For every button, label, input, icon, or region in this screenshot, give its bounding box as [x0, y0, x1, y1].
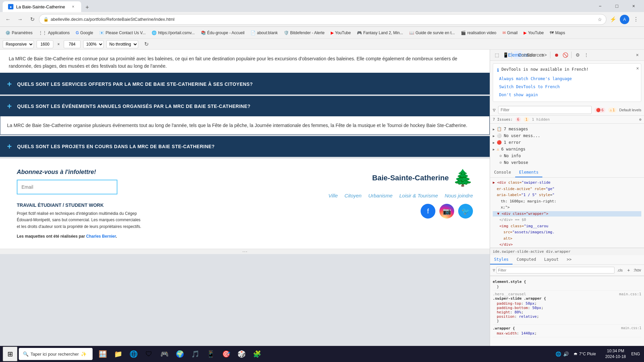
computed-tab[interactable]: Computed: [513, 255, 540, 264]
maximize-button[interactable]: □: [609, 1, 625, 11]
address-bar[interactable]: 🔒 abelleville.decim.ca/portfolio/Refonte…: [39, 14, 606, 25]
bookmark-google[interactable]: G Google: [73, 29, 96, 37]
puzzle-button[interactable]: 🧩: [250, 347, 264, 361]
switch-devtools-link[interactable]: Switch DevTools to French: [497, 83, 637, 90]
console-elements-tabs: Console Elements: [490, 168, 644, 178]
nav-urbanisme[interactable]: Urbanisme: [368, 193, 393, 198]
notification-close-button[interactable]: ×: [636, 66, 639, 71]
sound-icon[interactable]: 🔊: [563, 351, 569, 357]
more-options-button[interactable]: ⋮: [582, 51, 590, 59]
force-state-button[interactable]: :hov: [633, 266, 641, 274]
faq-question-1[interactable]: + QUELS SONT LES SERVICES OFFERTS PAR LA…: [0, 74, 489, 94]
messages-section: ▶ 📋 7 messages ▶ ⚪ No user mess... ▶ 🔴 1…: [490, 124, 644, 168]
clear-button[interactable]: 🚫: [561, 51, 569, 59]
dice-button[interactable]: 🎲: [234, 347, 249, 361]
bookmark-portail[interactable]: 🌐 https://portail.csmv...: [149, 29, 197, 37]
bookmark-video[interactable]: 🎬 realisation video: [458, 29, 499, 37]
network-icon[interactable]: 🌐: [555, 351, 561, 357]
zoom-select[interactable]: 100%: [83, 40, 104, 48]
more-styles-button[interactable]: >>: [563, 255, 576, 264]
more-tabs-button[interactable]: >>: [540, 51, 548, 59]
device-mode-select[interactable]: Responsive: [3, 40, 34, 48]
styles-tab[interactable]: Styles: [490, 255, 513, 264]
clock[interactable]: 10:34 PM 2024-10-18: [603, 348, 629, 360]
reload-button[interactable]: ↻: [27, 14, 38, 25]
bookmark-parametres[interactable]: ⚙️ Paramètres: [3, 29, 35, 37]
default-levels-button[interactable]: Default levels: [619, 108, 641, 112]
filter-input[interactable]: [498, 106, 592, 114]
author-link[interactable]: Charles Bernier: [86, 234, 116, 239]
spotify-button[interactable]: 🎵: [188, 347, 203, 361]
start-button[interactable]: ⊞: [3, 347, 17, 361]
nav-right-icons: ⚡ A ⋮: [608, 14, 641, 25]
explorer-button[interactable]: 📁: [111, 347, 125, 361]
new-tab-button[interactable]: +: [83, 3, 92, 12]
target-button[interactable]: 🎯: [219, 347, 233, 361]
elements-code-view[interactable]: ▶ <div class="swiper-slide er-slide-acti…: [490, 178, 644, 248]
star-icon: ☆: [598, 17, 602, 22]
add-style-button[interactable]: +: [625, 266, 633, 274]
always-match-link[interactable]: Always match Chrome's language: [497, 75, 637, 82]
bookmark-maps[interactable]: 🗺 Maps: [547, 29, 568, 37]
work-text: Projet fictif réalisé en techniques d'in…: [17, 210, 144, 230]
email-input[interactable]: [17, 180, 117, 194]
throttle-select[interactable]: No throttling: [106, 40, 138, 48]
minimize-button[interactable]: −: [592, 1, 608, 11]
taskview-button[interactable]: 🪟: [95, 347, 110, 361]
extensions-button[interactable]: ⚡: [608, 14, 619, 25]
faq-question-2[interactable]: + QUELS SONT LES ÉVÉNEMENTS ANNUELS ORGA…: [0, 96, 489, 116]
menu-button[interactable]: ⋮: [631, 14, 641, 25]
layout-tab[interactable]: Layout: [540, 255, 562, 264]
earth-button[interactable]: 🌍: [172, 347, 187, 361]
instagram-button[interactable]: 📷: [439, 204, 454, 219]
settings-icon-small[interactable]: ⚙: [639, 117, 641, 122]
game-button[interactable]: 🎮: [157, 347, 172, 361]
bookmark-about[interactable]: 📄 about:blank: [248, 29, 280, 37]
styles-filter-input[interactable]: [496, 267, 614, 274]
tab-close-button[interactable]: ×: [70, 4, 76, 9]
bookmark-guide[interactable]: 📖 Guide de survie en t...: [407, 29, 458, 37]
security-button[interactable]: 🛡: [142, 347, 156, 361]
forward-button[interactable]: →: [15, 14, 25, 25]
chrome-button[interactable]: 🌐: [126, 347, 141, 361]
bookmark-youtube2[interactable]: ▶ YouTube: [521, 29, 546, 37]
bookmark-edu[interactable]: 📚 Édu-groupe - Accueil: [198, 29, 247, 37]
settings-button[interactable]: ⚙: [574, 51, 582, 59]
dont-show-link[interactable]: Don't show again: [497, 92, 637, 98]
rotate-button[interactable]: ↻: [141, 39, 152, 50]
back-button[interactable]: ←: [3, 14, 13, 25]
show-inherited-button[interactable]: .cls: [616, 266, 624, 274]
expand-arrow-4: ▶: [493, 147, 495, 151]
facebook-button[interactable]: f: [421, 204, 435, 219]
height-input[interactable]: [64, 40, 80, 48]
inspect-button[interactable]: ⬚: [493, 51, 501, 59]
faq-question-3[interactable]: + QUELS SONT LES PROJETS EN COURS DANS L…: [0, 136, 489, 157]
devtools-close-button[interactable]: ×: [633, 51, 641, 59]
phone-button[interactable]: 📱: [203, 347, 218, 361]
bookmark-contact[interactable]: 📧 Please Contact Us V...: [97, 29, 149, 37]
profile-button[interactable]: A: [620, 15, 629, 24]
taskbar-search[interactable]: 🔍 Taper ici pour rechercher ✨: [19, 348, 93, 360]
message-warnings[interactable]: ▶ ⚠️ 6 warnings: [493, 146, 641, 153]
nav-loisir[interactable]: Loisir & Tourisme: [399, 193, 438, 198]
active-tab[interactable]: ● La Baie-Sainte-Catherine ×: [3, 1, 81, 12]
close-button[interactable]: ×: [626, 1, 641, 11]
console-tab[interactable]: Console: [490, 168, 515, 177]
bookmark-youtube1[interactable]: ▶ YouTube: [328, 29, 354, 37]
message-nousermess[interactable]: ▶ ⚪ No user mess...: [493, 132, 641, 139]
bookmark-gmail[interactable]: ✉ Gmail: [500, 29, 520, 37]
message-7[interactable]: ▶ 📋 7 messages: [493, 126, 641, 132]
nav-joindre[interactable]: Nous joindre: [445, 193, 473, 198]
record-button[interactable]: ⏺: [552, 51, 560, 59]
sources-tab-button[interactable]: Sources: [531, 51, 539, 59]
width-input[interactable]: [37, 40, 53, 48]
elements-tab[interactable]: Elements: [515, 168, 543, 177]
bookmark-fantasy[interactable]: 🎮 Fantasy Land 2, Min...: [354, 29, 406, 37]
twitter-button[interactable]: 🐦: [458, 204, 473, 219]
nav-ville[interactable]: Ville: [328, 193, 338, 198]
expand-arrow-1: ▶: [493, 127, 495, 131]
message-error[interactable]: ▶ 🔴 1 error: [493, 139, 641, 146]
nav-citoyen[interactable]: Citoyen: [344, 193, 362, 198]
bookmark-applications[interactable]: ⋮⋮ Applications: [36, 29, 72, 37]
bookmark-bitdefender[interactable]: 🛡️ Bitdefender - Alerte: [281, 29, 327, 37]
